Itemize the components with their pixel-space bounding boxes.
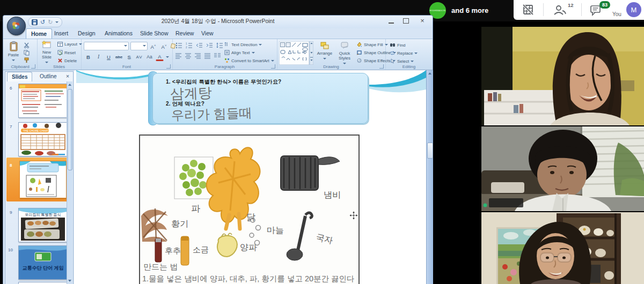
- change-case-button[interactable]: Aa: [145, 53, 153, 61]
- reset-button[interactable]: Reset: [57, 50, 76, 55]
- tab-home[interactable]: Home: [26, 28, 52, 39]
- shrink-font-button[interactable]: A˅: [160, 42, 168, 50]
- slide-thumbnail-7[interactable]: THE CHORE CHART: [18, 122, 68, 156]
- slide-thumbnail-6[interactable]: [18, 84, 68, 118]
- slide-thumbnail-9[interactable]: 우리집의 특별한 음식: [18, 208, 68, 242]
- video-feed-student-2[interactable]: [481, 126, 644, 211]
- participants-icon[interactable]: [553, 4, 567, 16]
- select-button[interactable]: Select: [390, 58, 414, 64]
- font-name-combo[interactable]: [84, 42, 129, 50]
- tab-review[interactable]: Review: [171, 28, 199, 39]
- align-left-icon[interactable]: [175, 53, 182, 59]
- align-center-icon[interactable]: [185, 53, 192, 59]
- increase-indent-icon[interactable]: [206, 42, 213, 48]
- justify-icon[interactable]: [204, 53, 211, 59]
- panel-close-icon[interactable]: ×: [64, 73, 71, 79]
- scroll-up-icon[interactable]: [68, 84, 71, 86]
- group-paragraph: 12 Text Direction Align Text: [172, 39, 277, 70]
- slide-thumbnail-10[interactable]: 교통수단 단어 게임: [18, 245, 68, 280]
- divider: [543, 3, 544, 16]
- tab-outline[interactable]: Outline: [35, 72, 61, 81]
- shape-fill-button[interactable]: Shape Fill: [356, 42, 388, 47]
- presenter-chip[interactable]: HIGHWAGON and 6 more: [429, 1, 488, 19]
- avatar-logo-text: HIGHWAGON: [430, 9, 446, 12]
- participants-count: 12: [568, 2, 574, 8]
- text-direction-icon: [224, 42, 230, 47]
- window-title: 2020년 4월 18일 수업 - Microsoft PowerPoint: [3, 18, 433, 25]
- slide-canvas[interactable]: 1. <우리집의 특별한 한식> 이름은 무엇인가요? 삼계탕 2. 언제 먹나…: [74, 70, 426, 284]
- copy-icon: [24, 50, 30, 56]
- paste-button[interactable]: Paste: [6, 41, 21, 62]
- svg-text:황기: 황기: [171, 219, 188, 228]
- cut-button[interactable]: [24, 42, 30, 48]
- font-size-combo[interactable]: [130, 42, 148, 50]
- delete-icon: [57, 58, 63, 63]
- paste-icon: [10, 41, 18, 51]
- format-painter-button[interactable]: [24, 57, 30, 63]
- delete-slide-button[interactable]: Delete: [57, 58, 77, 63]
- strikethrough-button[interactable]: abc: [115, 53, 123, 61]
- tab-slide-show[interactable]: Slide Show: [135, 28, 173, 39]
- tab-insert[interactable]: Insert: [49, 28, 73, 39]
- svg-text:소금: 소금: [193, 245, 209, 254]
- arrange-button[interactable]: Arrange: [316, 41, 334, 61]
- smartart-icon: [224, 58, 230, 63]
- arrange-icon: [320, 41, 330, 50]
- align-text-icon: [224, 50, 230, 55]
- dialog-launcher-icon[interactable]: [379, 64, 384, 69]
- minimize-icon[interactable]: [389, 18, 394, 24]
- font-color-button[interactable]: A: [156, 54, 164, 61]
- dialog-launcher-icon[interactable]: [31, 64, 35, 69]
- grid-view-icon[interactable]: [522, 4, 534, 16]
- bullets-icon[interactable]: [175, 42, 182, 48]
- undo-icon[interactable]: ↺: [40, 19, 45, 26]
- slide-scrollbar[interactable]: [426, 70, 433, 284]
- decrease-indent-icon[interactable]: [196, 42, 203, 48]
- save-icon[interactable]: [32, 19, 38, 25]
- panel-scrollbar[interactable]: [67, 81, 72, 284]
- shape-effects-icon: [356, 58, 362, 63]
- tab-animations[interactable]: Animations: [100, 28, 137, 39]
- find-button[interactable]: Find: [390, 42, 406, 48]
- new-slide-button[interactable]: New Slide: [38, 41, 55, 64]
- align-right-icon[interactable]: [195, 53, 201, 59]
- grow-font-button[interactable]: A˄: [149, 42, 157, 50]
- slide-scroll-thumb[interactable]: [427, 143, 433, 159]
- tab-slides[interactable]: Slides: [7, 72, 32, 81]
- scroll-down-icon[interactable]: [68, 280, 71, 282]
- title-bar: 2020년 4월 18일 수업 - Microsoft PowerPoint ×: [3, 16, 433, 28]
- underline-button[interactable]: U: [105, 53, 113, 61]
- panel-scroll-thumb[interactable]: [68, 89, 72, 170]
- you-avatar[interactable]: M: [626, 2, 641, 17]
- italic-button[interactable]: I: [94, 53, 103, 61]
- dialog-launcher-icon[interactable]: [166, 64, 171, 69]
- character-spacing-button[interactable]: AV: [135, 53, 143, 61]
- redo-icon[interactable]: ↻: [48, 19, 53, 26]
- replace-button[interactable]: Replace: [390, 50, 418, 56]
- columns-icon[interactable]: [214, 53, 221, 59]
- maximize-icon[interactable]: [403, 18, 409, 24]
- quick-styles-button[interactable]: Quick Styles: [335, 41, 354, 65]
- bold-button[interactable]: B: [84, 53, 92, 61]
- layout-button[interactable]: Layout: [57, 42, 82, 47]
- close-icon[interactable]: ×: [419, 18, 426, 25]
- copy-button[interactable]: [24, 50, 30, 56]
- slide-thumbnail-11[interactable]: [18, 282, 68, 284]
- video-feed-student-1[interactable]: [481, 27, 644, 125]
- align-text-button[interactable]: Align Text: [224, 50, 255, 55]
- tab-view[interactable]: View: [196, 28, 218, 39]
- text-direction-button[interactable]: Text Direction: [224, 42, 262, 47]
- slide-number: 6: [10, 86, 12, 91]
- text-shadow-button[interactable]: S: [125, 53, 133, 61]
- convert-smartart-button[interactable]: Convert to SmartArt: [224, 58, 274, 63]
- office-button[interactable]: [7, 17, 26, 35]
- numbering-icon[interactable]: 12: [186, 42, 193, 48]
- shapes-gallery[interactable]: [279, 41, 313, 65]
- video-feed-teacher[interactable]: [481, 212, 644, 284]
- tab-design[interactable]: Design: [73, 28, 100, 39]
- qat-dropdown-icon[interactable]: [55, 21, 58, 23]
- line-spacing-icon[interactable]: [216, 42, 223, 48]
- scroll-up-icon[interactable]: [428, 72, 431, 74]
- dialog-launcher-icon[interactable]: [271, 64, 275, 69]
- slide-thumbnail-8[interactable]: [19, 161, 67, 198]
